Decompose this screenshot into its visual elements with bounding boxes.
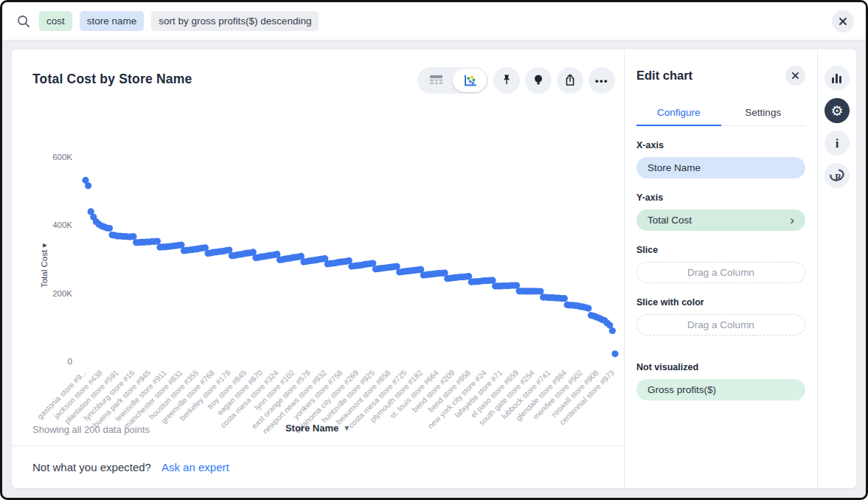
slice-color-dropzone[interactable]: Drag a Column	[636, 314, 805, 336]
chart-config-button[interactable]	[824, 66, 850, 91]
pin-button[interactable]	[493, 67, 520, 94]
not-visualized-pill[interactable]: Gross profits($)	[636, 379, 805, 400]
y-axis-tick: 600K	[52, 153, 72, 162]
right-rail: ⚙ i R	[818, 49, 856, 488]
info-button[interactable]: i	[824, 131, 850, 156]
ellipsis-icon: •••	[595, 76, 608, 86]
search-icon	[15, 13, 32, 29]
tab-settings[interactable]: Settings	[721, 100, 806, 125]
x-axis-column-pill[interactable]: Store Name	[636, 157, 805, 178]
chevron-right-icon: ›	[790, 214, 794, 226]
data-point[interactable]	[85, 182, 91, 189]
share-button[interactable]	[557, 67, 583, 94]
r-logo-icon: R	[829, 169, 845, 183]
y-axis-tick: 200K	[52, 289, 72, 298]
panel-tabs: Configure Settings	[636, 100, 805, 126]
r-analysis-button[interactable]: R	[824, 163, 850, 188]
pin-icon	[499, 73, 514, 88]
x-axis-selector-label: Store Name	[285, 423, 338, 434]
lightbulb-icon	[531, 73, 546, 88]
data-point[interactable]	[609, 327, 616, 334]
chart-title: Total Cost by Store Name	[32, 72, 192, 87]
expert-question: Not what you expected?	[32, 461, 151, 473]
data-point[interactable]	[611, 350, 618, 357]
bar-chart-icon	[831, 73, 843, 84]
slice-placeholder: Drag a Column	[687, 267, 754, 278]
x-axis-column-name: Store Name	[647, 162, 701, 173]
x-axis-field-label: X-axis	[636, 140, 805, 150]
not-visualized-column-name: Gross profits($)	[647, 384, 716, 395]
info-icon: i	[836, 137, 839, 150]
answer-card: Total Cost by Store Name	[12, 49, 856, 488]
svg-text:R: R	[835, 172, 841, 182]
gear-icon: ⚙	[830, 104, 843, 118]
data-point[interactable]	[130, 233, 136, 240]
y-axis-column-pill[interactable]: Total Cost ›	[636, 209, 805, 231]
clear-search-button[interactable]	[832, 10, 854, 32]
insights-button[interactable]	[525, 67, 552, 94]
ask-expert-link[interactable]: Ask an expert	[162, 461, 229, 473]
search-token-store-name[interactable]: store name	[80, 11, 145, 32]
search-bar: cost store name sort by gross profits($)…	[2, 2, 866, 41]
close-panel-button[interactable]	[785, 66, 805, 86]
data-point[interactable]	[537, 288, 544, 294]
data-point-count: Showing all 200 data points	[32, 424, 150, 435]
close-icon	[791, 72, 799, 80]
data-point[interactable]	[106, 225, 113, 232]
panel-title: Edit chart	[636, 69, 692, 83]
share-icon	[563, 73, 577, 88]
slice-color-placeholder: Drag a Column	[687, 319, 754, 330]
data-point[interactable]	[585, 305, 591, 312]
data-point[interactable]	[154, 238, 161, 245]
table-icon	[429, 74, 443, 86]
slice-field-label: Slice	[636, 245, 805, 255]
expert-bar: Not what you expected? Ask an expert	[12, 445, 624, 488]
table-view-button[interactable]	[419, 69, 453, 92]
close-icon	[839, 17, 847, 26]
y-axis-column-name: Total Cost	[647, 215, 692, 226]
slice-color-field-label: Slice with color	[636, 297, 805, 308]
y-axis-field-label: Y-axis	[636, 192, 805, 203]
tab-configure[interactable]: Configure	[636, 100, 721, 125]
search-token-sort[interactable]: sort by gross profits($) descending	[151, 11, 319, 32]
app-window: cost store name sort by gross profits($)…	[0, 0, 868, 500]
y-axis-title[interactable]: Total Cost ▾	[40, 243, 49, 288]
scatter-chart-icon	[463, 74, 477, 87]
search-token-cost[interactable]: cost	[39, 11, 72, 32]
x-axis-selector[interactable]: Store Name ▼	[281, 422, 355, 434]
data-point[interactable]	[561, 295, 568, 302]
y-axis-tick: 0	[68, 357, 72, 366]
slice-dropzone[interactable]: Drag a Column	[636, 262, 805, 283]
edit-chart-button[interactable]: ⚙	[824, 98, 850, 123]
chart-area: Total Cost by Store Name	[12, 49, 625, 488]
y-axis-tick: 400K	[52, 221, 72, 229]
chart-view-button[interactable]	[453, 69, 487, 92]
view-toggle	[417, 67, 488, 94]
not-visualized-label: Not visualized	[636, 362, 805, 372]
chart-toolbar: •••	[417, 67, 615, 94]
chevron-down-icon: ▼	[343, 424, 350, 432]
edit-chart-panel: Edit chart Configure Settings X-axis Sto…	[625, 49, 818, 488]
more-actions-button[interactable]: •••	[588, 67, 615, 94]
